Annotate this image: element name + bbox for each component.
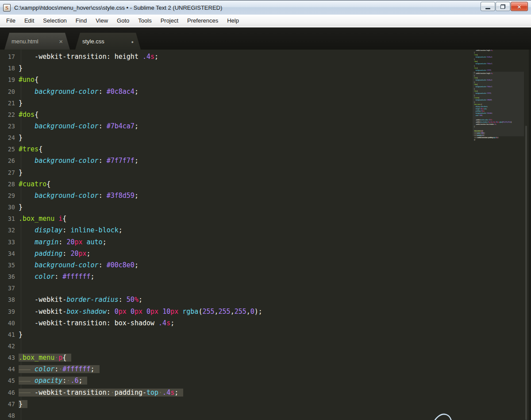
code-line: 36 color: #ffffff; — [0, 271, 262, 282]
minimap[interactable]: 17 -webkit-transition: height .4s;18}19#… — [473, 50, 524, 420]
line-text[interactable]: } — [19, 99, 23, 107]
line-text[interactable]: background-color: #0c8ac4; — [474, 57, 493, 58]
menu-item-view[interactable]: View — [91, 17, 112, 24]
line-text[interactable]: -webkit-transition: box-shadow .4s; — [19, 319, 174, 327]
line-text[interactable]: .box_menu i{ — [19, 215, 66, 223]
line-text[interactable]: #uno{ — [19, 76, 38, 84]
line-text[interactable]: } — [19, 64, 23, 72]
line-text[interactable]: -webkit-transition:·padding-top·.4s; — [474, 137, 499, 138]
code-line: 23 background-color: #7b4ca7; — [0, 120, 262, 132]
line-text[interactable]: background-color: #7b4ca7; — [474, 63, 493, 65]
line-text[interactable]: background-color: #3f8d59; — [19, 192, 139, 200]
code-area[interactable]: 17 -webkit-transition: height .4s;18}19#… — [0, 51, 262, 420]
line-text[interactable]: #dos{ — [19, 111, 38, 119]
code-line: 48 — [0, 410, 262, 420]
sublime-app-icon: S — [3, 4, 11, 12]
line-text[interactable]: #tres{ — [474, 68, 478, 69]
code-line: 47} — [0, 398, 262, 410]
code-line: 17 -webkit-transition: height .4s; — [0, 51, 262, 62]
code-line: 19#uno{ — [0, 74, 262, 85]
scrollbar-thumb[interactable] — [525, 126, 527, 420]
line-text[interactable]: -webkit-border-radius: 50%; — [19, 296, 142, 304]
line-number: 41 — [0, 331, 15, 338]
line-number: 36 — [0, 273, 15, 280]
line-text[interactable]: -webkit-transition:·padding-top·.4s; — [19, 389, 183, 397]
code-line: 46-webkit-transition:·padding-top·.4s; — [0, 387, 262, 398]
code-line: 45opacity:·.6; — [0, 375, 262, 386]
menu-item-project[interactable]: Project — [156, 17, 183, 24]
line-number: 45 — [0, 377, 15, 384]
code-line: 22#dos{ — [0, 109, 262, 120]
line-text[interactable]: -webkit-transition: height .4s; — [474, 50, 493, 51]
line-number: 27 — [0, 169, 15, 176]
tab-whitespace-icon — [474, 137, 477, 138]
line-text[interactable]: background-color: #7f7f7f; — [474, 70, 492, 71]
line-text[interactable]: } — [19, 331, 23, 339]
tab-whitespace-icon — [19, 378, 35, 384]
menu-item-tools[interactable]: Tools — [134, 17, 156, 24]
line-text[interactable]: } — [474, 52, 475, 54]
menu-item-selection[interactable]: Selection — [38, 17, 71, 24]
code-line: 21} — [0, 97, 262, 109]
line-number: 47 — [0, 401, 15, 408]
line-text[interactable]: color:·#ffffff; — [19, 365, 100, 373]
line-text[interactable]: background-color: #7b4ca7; — [19, 122, 139, 130]
code-line: 32 display: inline-block; — [0, 224, 262, 236]
tab-close-icon[interactable] — [59, 38, 63, 45]
line-text[interactable]: background-color: #0c8ac4; — [19, 88, 139, 96]
line-text[interactable]: #tres{ — [19, 145, 42, 153]
line-number: 23 — [0, 123, 15, 130]
menu-item-help[interactable]: Help — [223, 17, 243, 24]
line-text[interactable]: background-color: #7f7f7f; — [19, 157, 139, 165]
tab-label: style.css — [82, 38, 131, 45]
line-number: 22 — [0, 111, 15, 118]
line-number: 28 — [0, 181, 15, 188]
window-right-edge — [529, 50, 531, 420]
code-line: 37 — [0, 282, 262, 294]
line-text[interactable]: .box_menu·p{ — [19, 354, 71, 362]
line-text[interactable]: -webkit-transition: height .4s; — [19, 53, 158, 61]
menu-item-edit[interactable]: Edit — [20, 17, 38, 24]
minimap-overflow-content: 17 -webkit-transition: height .4s;18}19#… — [473, 50, 524, 74]
code-line: 18} — [0, 62, 262, 74]
editor[interactable]: 17 -webkit-transition: height .4s;18}19#… — [0, 50, 531, 420]
line-number: 46 — [0, 389, 15, 396]
line-text[interactable]: opacity:·.6; — [19, 377, 87, 385]
code-line: 39 -webkit-box-shadow: 0px 0px 0px 10px … — [0, 305, 262, 317]
maximize-button[interactable] — [496, 2, 510, 11]
line-number: 44 — [0, 366, 15, 373]
line-text[interactable]: } — [19, 169, 23, 177]
line-text[interactable]: margin: 20px auto; — [19, 238, 107, 246]
line-text[interactable]: } — [19, 134, 23, 142]
menu-item-file[interactable]: File — [2, 17, 20, 24]
tab-whitespace-icon — [19, 389, 35, 396]
menu-item-goto[interactable]: Goto — [112, 17, 134, 24]
line-number: 24 — [0, 134, 15, 141]
line-text[interactable]: #dos{ — [474, 61, 478, 62]
line-text[interactable]: } — [19, 400, 27, 408]
minimize-button[interactable] — [481, 2, 495, 11]
line-text[interactable]: background-color: #00c8e0; — [19, 261, 139, 269]
line-text[interactable]: } — [19, 203, 23, 211]
menu-item-find[interactable]: Find — [71, 17, 91, 24]
menu-item-preferences[interactable]: Preferences — [183, 17, 223, 24]
line-text[interactable]: padding: 20px; — [19, 250, 91, 258]
minimap-viewport[interactable] — [473, 72, 524, 136]
tab-style-css[interactable]: style.css — [75, 33, 141, 50]
tab-label: menu.html — [12, 38, 59, 45]
close-button[interactable] — [511, 2, 528, 11]
line-number: 20 — [0, 88, 15, 95]
line-text[interactable]: } — [474, 139, 476, 140]
code-line: 44color:·#ffffff; — [0, 363, 262, 375]
line-text[interactable]: #uno{ — [474, 54, 478, 56]
minimize-icon — [485, 8, 490, 9]
line-number: 37 — [0, 285, 15, 292]
line-text[interactable]: #cuatro{ — [19, 180, 50, 188]
code-line: 33 margin: 20px auto; — [0, 236, 262, 248]
line-text[interactable]: -webkit-box-shadow: 0px 0px 0px 10px rgb… — [19, 308, 262, 316]
tab-menu-html[interactable]: menu.html — [4, 33, 70, 50]
line-text[interactable]: } — [474, 66, 475, 67]
line-text[interactable]: color: #ffffff; — [19, 273, 95, 281]
line-text[interactable]: display: inline-block; — [19, 226, 123, 234]
line-text[interactable]: } — [474, 59, 475, 60]
